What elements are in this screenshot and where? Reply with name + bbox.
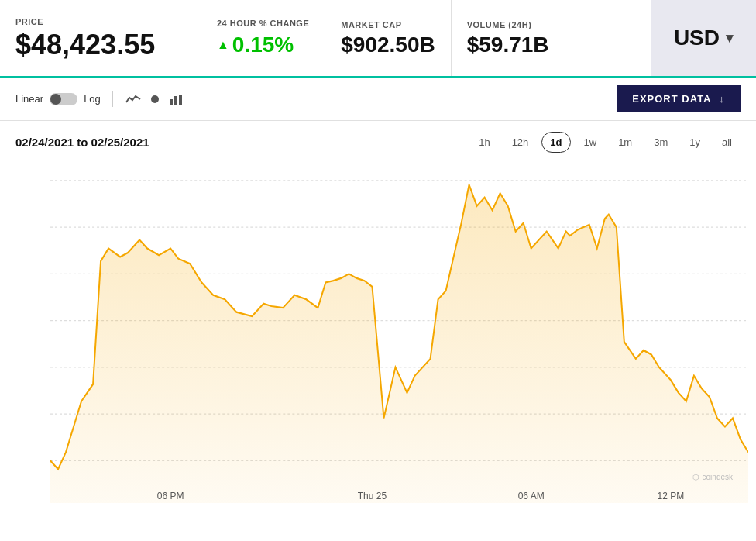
svg-rect-0 bbox=[170, 99, 173, 105]
market-cap-block: MARKET CAP $902.50B bbox=[325, 0, 451, 76]
scale-group: Linear Log bbox=[15, 93, 101, 105]
time-button-all[interactable]: all bbox=[713, 132, 741, 153]
line-chart-button[interactable] bbox=[125, 93, 142, 105]
change-value-group: ▲ 0.15% bbox=[217, 33, 309, 57]
dot-separator bbox=[151, 95, 159, 103]
line-chart-icon bbox=[125, 93, 142, 105]
time-button-1h[interactable]: 1h bbox=[470, 132, 498, 153]
stats-bar: PRICE $48,423.55 24 HOUR % CHANGE ▲ 0.15… bbox=[0, 0, 756, 78]
price-block: PRICE $48,423.55 bbox=[0, 0, 201, 76]
currency-dropdown-icon: ▾ bbox=[726, 29, 733, 47]
svg-rect-2 bbox=[179, 95, 182, 105]
price-label: PRICE bbox=[15, 17, 185, 26]
bar-chart-icon bbox=[168, 93, 185, 105]
currency-block[interactable]: USD ▾ bbox=[651, 0, 756, 76]
market-cap-label: MARKET CAP bbox=[341, 20, 435, 29]
time-buttons-group: 1h12h1d1w1m3m1yall bbox=[470, 132, 741, 153]
date-from: 02/24/2021 bbox=[15, 136, 74, 149]
svg-text:06 AM: 06 AM bbox=[518, 490, 545, 501]
change-percent: 0.15% bbox=[232, 33, 294, 57]
export-button[interactable]: EXPORT DATA ↓ bbox=[617, 85, 741, 112]
change-arrow-icon: ▲ bbox=[217, 38, 229, 52]
svg-text:Thu 25: Thu 25 bbox=[358, 490, 387, 501]
export-label: EXPORT DATA bbox=[632, 93, 711, 105]
coindesk-icon: ⬡ bbox=[692, 473, 699, 481]
svg-rect-1 bbox=[174, 96, 177, 105]
price-value: $48,423.55 bbox=[15, 31, 185, 59]
date-separator: to bbox=[77, 136, 91, 149]
time-button-1d[interactable]: 1d bbox=[541, 132, 570, 153]
svg-text:06 PM: 06 PM bbox=[157, 490, 184, 501]
separator-1 bbox=[112, 91, 113, 107]
toggle-knob bbox=[50, 94, 61, 105]
chart-type-group bbox=[125, 93, 185, 105]
bar-chart-button[interactable] bbox=[168, 93, 185, 105]
svg-text:12 PM: 12 PM bbox=[658, 490, 685, 501]
controls-bar: Linear Log EXPORT DATA ↓ bbox=[0, 78, 756, 121]
time-button-1m[interactable]: 1m bbox=[610, 132, 641, 153]
date-range: 02/24/2021 to 02/25/2021 bbox=[15, 136, 149, 149]
time-button-1w[interactable]: 1w bbox=[576, 132, 606, 153]
linear-label: Linear bbox=[15, 93, 43, 105]
volume-value: $59.71B bbox=[467, 34, 549, 56]
change-label: 24 HOUR % CHANGE bbox=[217, 19, 309, 28]
change-block: 24 HOUR % CHANGE ▲ 0.15% bbox=[201, 0, 325, 76]
price-chart: $51500 $51000 $50500 $50000 $49500 $4900… bbox=[50, 164, 748, 520]
coindesk-label: coindesk bbox=[703, 473, 733, 481]
currency-label: USD bbox=[674, 26, 720, 50]
coindesk-watermark: ⬡ coindesk bbox=[692, 473, 733, 481]
linear-log-toggle[interactable] bbox=[50, 93, 77, 105]
log-label: Log bbox=[84, 93, 101, 105]
date-to: 02/25/2021 bbox=[91, 136, 149, 149]
currency-button[interactable]: USD ▾ bbox=[674, 26, 733, 50]
volume-block: VOLUME (24H) $59.71B bbox=[452, 0, 565, 76]
date-bar: 02/24/2021 to 02/25/2021 1h12h1d1w1m3m1y… bbox=[0, 121, 756, 164]
volume-label: VOLUME (24H) bbox=[467, 20, 549, 29]
time-button-1y[interactable]: 1y bbox=[681, 132, 709, 153]
time-button-12h[interactable]: 12h bbox=[503, 132, 538, 153]
chart-area: $51500 $51000 $50500 $50000 $49500 $4900… bbox=[0, 164, 756, 520]
market-cap-value: $902.50B bbox=[341, 34, 435, 56]
time-button-3m[interactable]: 3m bbox=[645, 132, 676, 153]
chart-fill bbox=[50, 184, 748, 503]
export-icon: ↓ bbox=[720, 93, 726, 105]
